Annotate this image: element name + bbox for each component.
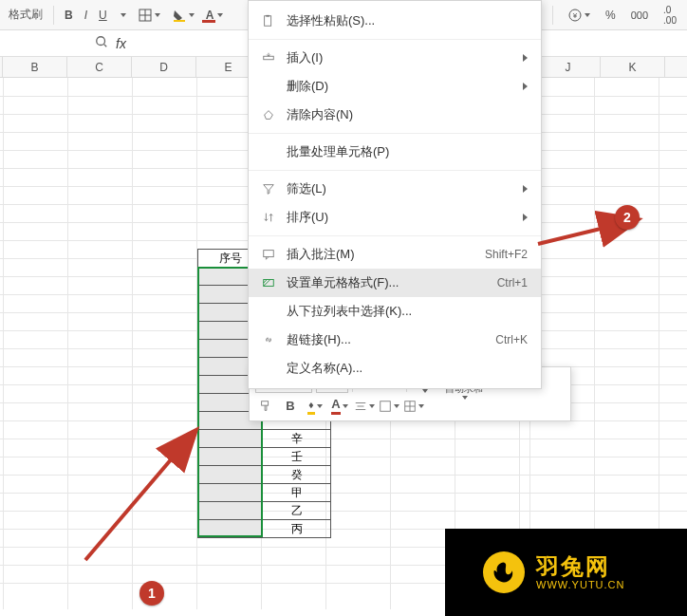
svg-rect-12 [264, 251, 274, 257]
svg-rect-8 [265, 16, 271, 27]
comment-icon [260, 246, 277, 263]
submenu-arrow-icon [523, 54, 528, 62]
insert-icon [260, 49, 277, 66]
watermark-url: WWW.YUTU.CN [536, 579, 624, 590]
watermark: 羽兔网 WWW.YUTU.CN [445, 529, 687, 616]
col-header[interactable]: C [67, 57, 132, 77]
submenu-arrow-icon [523, 83, 528, 90]
bold-button[interactable]: B [60, 3, 78, 28]
menu-insert[interactable]: 插入(I) [249, 44, 541, 72]
align-mini[interactable] [354, 396, 375, 417]
underline-button[interactable]: U [94, 3, 112, 28]
annotation-badge-2: 2 [615, 205, 640, 230]
sort-icon [260, 209, 277, 226]
svg-point-6 [97, 37, 105, 46]
font-color-button[interactable]: A [201, 3, 229, 28]
col-header[interactable]: B [3, 57, 67, 77]
border-button[interactable] [133, 3, 165, 28]
format-cells-icon [260, 274, 277, 291]
watermark-title: 羽兔网 [536, 554, 624, 579]
svg-rect-9 [266, 15, 269, 17]
menu-paste-special[interactable]: 选择性粘贴(S)... [249, 7, 541, 35]
border-mini[interactable] [379, 396, 399, 417]
menu-sort[interactable]: 排序(U) [249, 203, 541, 232]
submenu-arrow-icon [523, 185, 528, 193]
currency-button[interactable]: ¥ [563, 3, 595, 28]
svg-line-7 [104, 45, 107, 47]
svg-rect-3 [174, 20, 185, 22]
fill-color-mini[interactable]: ⬧ [305, 396, 325, 417]
menu-insert-comment[interactable]: 插入批注(M) Shift+F2 [249, 240, 541, 269]
menu-clear[interactable]: 清除内容(N) [249, 101, 541, 129]
menu-delete[interactable]: 删除(D) [249, 72, 541, 101]
annotation-arrow-1 [66, 418, 209, 569]
more-font-button[interactable] [114, 3, 131, 28]
menu-filter[interactable]: 筛选(L) [249, 175, 541, 203]
italic-button[interactable]: I [80, 3, 92, 28]
bold-mini[interactable]: B [280, 396, 301, 417]
link-icon [260, 331, 277, 348]
svg-text:¥: ¥ [572, 11, 578, 20]
insert-mini[interactable] [403, 396, 424, 417]
svg-rect-20 [381, 401, 391, 411]
filter-icon [260, 180, 277, 197]
col-header[interactable]: J [536, 57, 601, 77]
format-painter-mini[interactable] [255, 396, 276, 417]
svg-line-24 [85, 432, 195, 560]
font-color-mini[interactable]: A [329, 396, 350, 417]
search-icon [95, 35, 108, 51]
watermark-logo-icon [483, 551, 525, 593]
separator [552, 6, 553, 25]
paste-icon [260, 12, 277, 29]
menu-batch[interactable]: 批量处理单元格(P) [249, 138, 541, 166]
menu-define-name[interactable]: 定义名称(A)... [249, 354, 541, 383]
menu-format-cells[interactable]: 设置单元格格式(F)... Ctrl+1 [249, 269, 541, 297]
col-header[interactable]: K [601, 57, 665, 77]
menu-pick-from-list[interactable]: 从下拉列表中选择(K)... [249, 297, 541, 326]
col-header[interactable]: D [132, 57, 196, 77]
separator [53, 6, 54, 25]
percent-button[interactable]: % [601, 3, 621, 28]
svg-rect-16 [262, 401, 269, 404]
fx-label[interactable]: fx [116, 36, 126, 51]
format-painter[interactable]: 格式刷 [4, 3, 47, 28]
clear-icon [260, 106, 277, 123]
fill-color-button[interactable] [167, 3, 199, 28]
menu-hyperlink[interactable]: 超链接(H)... Ctrl+K [249, 326, 541, 354]
context-menu: 选择性粘贴(S)... 插入(I) 删除(D) 清除内容(N) 批量处理单元格(… [248, 0, 542, 389]
comma-button[interactable]: 000 [626, 3, 653, 28]
increase-decimal-button[interactable]: .0.00 [659, 3, 681, 28]
annotation-badge-1: 1 [139, 581, 164, 606]
